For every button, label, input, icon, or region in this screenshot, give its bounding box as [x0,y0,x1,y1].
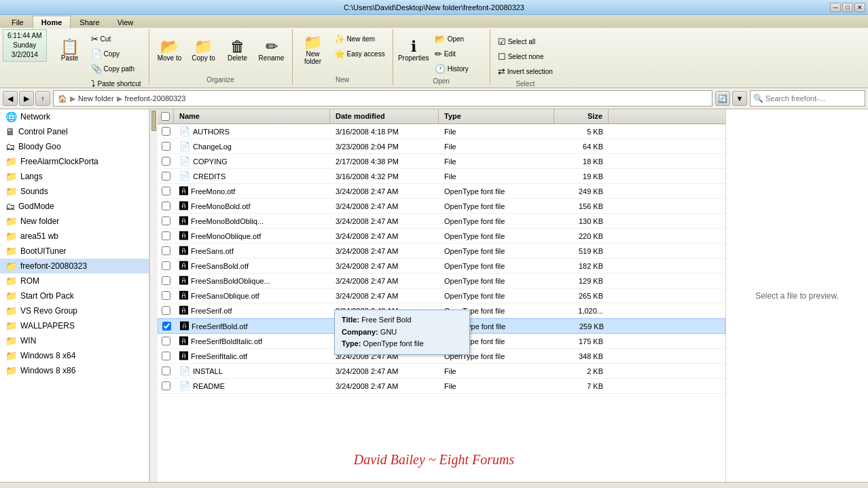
table-row[interactable]: 🅰 FreeSans.otf 3/24/2008 2:47 AM OpenTyp… [158,244,725,259]
minimize-button[interactable]: ─ [830,3,841,12]
row-check[interactable] [158,185,174,198]
folder-icon: 📁 [5,186,17,197]
close-button[interactable]: ✕ [854,3,865,12]
copy-path-button[interactable]: 📎 Copy path [88,62,145,76]
sidebar-item[interactable]: 🌐Network [0,109,149,124]
table-row[interactable]: 🅰 FreeSansOblique.otf 3/24/2008 2:47 AM … [158,288,725,303]
row-check[interactable] [158,304,174,317]
paste-button[interactable]: 📋 Paste [54,31,86,70]
row-check[interactable] [158,170,174,183]
search-input[interactable] [765,94,862,102]
table-row[interactable]: 🅰 FreeMonoBold.otf 3/24/2008 2:47 AM Ope… [158,199,725,214]
copy-to-button[interactable]: 📁 Copy to [187,31,220,70]
row-check[interactable] [158,229,174,242]
table-row[interactable]: 🅰 FreeMono.otf 3/24/2008 2:47 AM OpenTyp… [158,184,725,199]
sidebar-item[interactable]: 🖥Control Panel [0,124,149,139]
table-row[interactable]: 📄 AUTHORS 3/16/2008 4:18 PM File 5 KB [158,124,725,139]
table-row[interactable]: 📄 README 3/24/2008 2:47 AM File 7 KB [158,379,725,394]
row-check[interactable] [158,364,174,377]
check-header[interactable] [158,109,174,124]
tab-home[interactable]: Home [33,16,71,29]
tab-file[interactable]: File [3,16,33,29]
row-check[interactable] [158,214,174,227]
row-check[interactable] [158,155,174,168]
new-folder-button[interactable]: 📁 New folder [297,31,329,70]
table-row[interactable]: 📄 CREDITS 3/16/2008 4:32 PM File 19 KB [158,169,725,184]
sidebar-item[interactable]: 🗂GodMode [0,199,149,214]
sidebar-item[interactable]: 📁BootUITuner [0,244,149,259]
sidebar-scrollbar[interactable] [149,109,158,482]
dropdown-button[interactable]: ▼ [732,91,747,106]
name-header[interactable]: Name [174,109,330,124]
row-check[interactable] [158,320,175,333]
tab-share[interactable]: Share [71,16,108,29]
row-date: 3/24/2008 2:47 AM [330,290,439,302]
sidebar-item[interactable]: 🗂Bloody Goo [0,139,149,154]
copy-button[interactable]: 📄 Copy [88,47,145,61]
new-item-button[interactable]: ✨ New item [331,32,388,46]
select-all-checkbox[interactable] [161,112,170,121]
sidebar-item[interactable]: 📁WALLPAPERS [0,318,149,333]
select-all-button[interactable]: ☑ Select all [494,35,556,49]
maximize-button[interactable]: □ [842,3,853,12]
row-check[interactable] [158,274,174,287]
sidebar-item[interactable]: 📁VS Revo Group [0,303,149,318]
table-row[interactable]: 🅰 FreeMonoOblique.otf 3/24/2008 2:47 AM … [158,229,725,244]
history-button[interactable]: 🕐 History [431,62,486,76]
search-box[interactable]: 🔍 [750,90,865,107]
paste-shortcut-button[interactable]: ⤵ Paste shortcut [88,77,145,91]
properties-button[interactable]: ℹ Properties [397,31,430,70]
sidebar-item[interactable]: 📁Windows 8 x64 [0,348,149,363]
table-row[interactable]: 📄 COPYING 2/17/2008 4:38 PM File 18 KB [158,154,725,169]
table-row[interactable]: 🅰 FreeSansBoldOblique... 3/24/2008 2:47 … [158,274,725,288]
refresh-button[interactable]: 🔄 [715,91,730,106]
sidebar-item[interactable]: 📁FreeAlarmClockPorta [0,154,149,169]
move-to-button[interactable]: 📂 Move to [153,31,186,70]
delete-button[interactable]: 🗑 Delete [221,31,254,70]
row-check[interactable] [158,125,174,138]
size-header[interactable]: Size [554,109,609,124]
row-check[interactable] [158,289,174,302]
path-part2[interactable]: freefont-20080323 [125,94,186,102]
file-name: INSTALL [193,367,223,375]
sidebar-item[interactable]: 📁Start Orb Pack [0,288,149,303]
back-button[interactable]: ◀ [3,91,18,106]
edit-button[interactable]: ✏ Edit [431,47,486,61]
large-icons-view-button[interactable]: ⊞ [850,485,863,489]
sidebar-item[interactable]: 📁Langs [0,169,149,184]
sidebar-item[interactable]: 📁WIN [0,333,149,348]
path-part1[interactable]: New folder [78,94,114,102]
details-view-button[interactable]: ≡ [835,485,848,489]
cut-button[interactable]: ✂ Cut [88,32,145,46]
table-row[interactable]: 🅰 FreeSansBold.otf 3/24/2008 2:47 AM Ope… [158,259,725,274]
sidebar-item[interactable]: 📁ROM [0,274,149,288]
sidebar-item[interactable]: 📁freefont-20080323 [0,259,149,274]
rename-button[interactable]: ✏ Rename [255,31,288,70]
forward-button[interactable]: ▶ [19,91,34,106]
row-check[interactable] [158,259,174,272]
window-controls[interactable]: ─ □ ✕ [830,3,865,12]
row-check[interactable] [158,335,174,348]
row-check[interactable] [158,350,174,362]
sidebar-item[interactable]: 📁area51 wb [0,229,149,244]
type-header[interactable]: Type [439,109,554,124]
easy-access-button[interactable]: ⭐ Easy access [331,47,388,61]
sidebar-item[interactable]: 📁Sounds [0,184,149,199]
table-row[interactable]: 📄 ChangeLog 3/23/2008 2:04 PM File 64 KB [158,139,725,154]
open-button[interactable]: 📂 Open [431,32,486,46]
tab-view[interactable]: View [109,16,143,29]
row-check[interactable] [158,200,174,212]
invert-selection-button[interactable]: ⇄ Invert selection [494,64,556,79]
row-check[interactable] [158,244,174,257]
table-row[interactable]: 🅰 FreeMonoBoldObliq... 3/24/2008 2:47 AM… [158,214,725,229]
folder-icon: 📁 [5,290,17,301]
address-path[interactable]: 🏠 ▶ New folder ▶ freefont-20080323 [53,90,712,107]
sidebar-item[interactable]: 📁Windows 8 x86 [0,363,149,378]
row-check[interactable] [158,140,174,153]
sidebar-item[interactable]: 📁New folder [0,214,149,229]
select-none-button[interactable]: ☐ Select none [494,50,556,64]
up-button[interactable]: ↑ [35,91,50,106]
date-header[interactable]: Date modified [330,109,439,124]
row-check[interactable] [158,379,174,392]
table-row[interactable]: 📄 INSTALL 3/24/2008 2:47 AM File 2 KB [158,364,725,379]
